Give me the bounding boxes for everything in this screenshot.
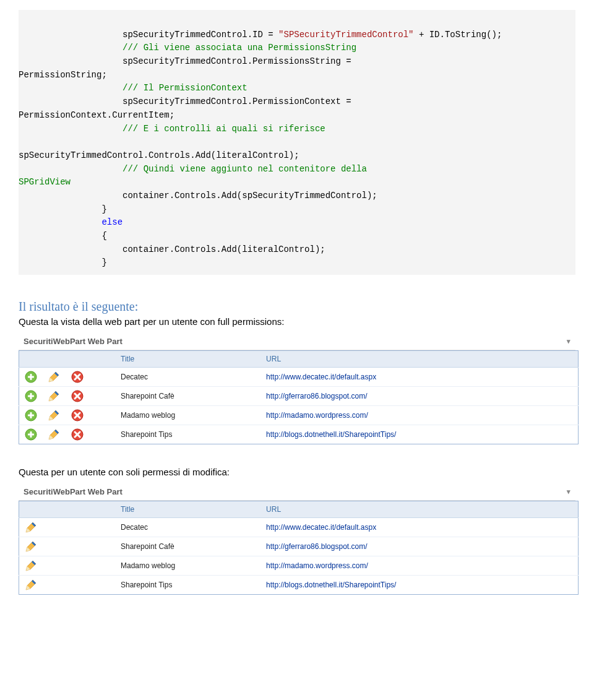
add-icon[interactable] — [24, 428, 38, 441]
webpart-full: SecuritiWebPart Web Part ▾ Title URL Dec… — [19, 333, 575, 444]
section-heading: Il risultato è il seguente: — [19, 300, 575, 314]
actions-cell — [19, 576, 116, 595]
cell-title: Sharepoint Cafè — [116, 387, 261, 406]
col-title: Title — [116, 351, 261, 368]
edit-icon[interactable] — [24, 521, 38, 534]
cell-url: http://gferraro86.blogspot.com/ — [261, 387, 578, 406]
table-row: Madamo weblog http://madamo.wordpress.co… — [19, 406, 579, 425]
webpart-title-bar: SecuritiWebPart Web Part ▾ — [19, 483, 575, 501]
delete-icon[interactable] — [71, 389, 84, 403]
delete-icon[interactable] — [71, 408, 84, 422]
actions-cell — [19, 406, 116, 425]
delete-icon[interactable] — [71, 428, 84, 441]
table-row: Sharepoint Cafè http://gferraro86.blogsp… — [19, 537, 579, 556]
col-title: Title — [116, 501, 261, 518]
edit-icon[interactable] — [24, 540, 38, 553]
cell-title: Decatec — [116, 518, 261, 537]
delete-icon[interactable] — [71, 370, 84, 384]
svg-rect-11 — [30, 393, 32, 399]
table-row: Decatec http://www.decatec.it/default.as… — [19, 518, 579, 537]
add-icon[interactable] — [24, 389, 38, 403]
cell-url: http://madamo.wordpress.com/ — [261, 406, 578, 425]
cell-url: http://gferraro86.blogspot.com/ — [261, 537, 578, 556]
table-row: Madamo weblog http://madamo.wordpress.co… — [19, 556, 579, 576]
actions-cell — [19, 387, 116, 406]
actions-cell — [19, 537, 116, 556]
table-row: Sharepoint Tips http://blogs.dotnethell.… — [19, 425, 579, 444]
cell-url: http://www.decatec.it/default.aspx — [261, 368, 578, 387]
caption-edit-only: Questa per un utente con soli permessi d… — [19, 467, 575, 477]
webpart-menu-arrow-icon[interactable]: ▾ — [567, 337, 570, 345]
cell-title: Madamo weblog — [116, 406, 261, 425]
add-icon[interactable] — [24, 408, 38, 422]
url-link[interactable]: http://blogs.dotnethell.it/SharepointTip… — [266, 581, 396, 589]
webpart-menu-arrow-icon[interactable]: ▾ — [567, 488, 570, 496]
cell-title: Sharepoint Tips — [116, 576, 261, 595]
cell-title: Madamo weblog — [116, 556, 261, 576]
cell-url: http://blogs.dotnethell.it/SharepointTip… — [261, 425, 578, 444]
code-block: spSecurityTrimmedControl.ID = "SPSecurit… — [19, 10, 575, 275]
cell-url: http://madamo.wordpress.com/ — [261, 556, 578, 576]
url-link[interactable]: http://madamo.wordpress.com/ — [266, 411, 368, 420]
url-link[interactable]: http://gferraro86.blogspot.com/ — [266, 392, 367, 400]
add-icon[interactable] — [24, 370, 38, 384]
actions-cell — [19, 425, 116, 444]
col-actions — [19, 351, 116, 368]
cell-title: Decatec — [116, 368, 261, 387]
edit-icon[interactable] — [47, 389, 61, 403]
table-header-row: Title URL — [19, 501, 579, 518]
svg-rect-2 — [30, 374, 32, 380]
url-link[interactable]: http://www.decatec.it/default.aspx — [266, 373, 376, 381]
cell-url: http://blogs.dotnethell.it/SharepointTip… — [261, 576, 578, 595]
edit-icon[interactable] — [47, 428, 61, 441]
table-row: Sharepoint Tips http://blogs.dotnethell.… — [19, 576, 579, 595]
edit-icon[interactable] — [24, 559, 38, 573]
actions-cell — [19, 368, 116, 387]
cell-title: Sharepoint Tips — [116, 425, 261, 444]
edit-icon[interactable] — [47, 370, 61, 384]
webpart-title-text: SecuritiWebPart Web Part — [24, 487, 123, 496]
svg-rect-20 — [30, 412, 32, 418]
actions-cell — [19, 518, 116, 537]
actions-cell — [19, 556, 116, 576]
table-row: Sharepoint Cafè http://gferraro86.blogsp… — [19, 387, 579, 406]
svg-rect-29 — [30, 431, 32, 438]
url-link[interactable]: http://www.decatec.it/default.aspx — [266, 523, 376, 532]
cell-title: Sharepoint Cafè — [116, 537, 261, 556]
col-url: URL — [261, 351, 578, 368]
cell-url: http://www.decatec.it/default.aspx — [261, 518, 578, 537]
webpart-edit-only: SecuritiWebPart Web Part ▾ Title URL Dec… — [19, 483, 575, 595]
table-row: Decatec http://www.decatec.it/default.as… — [19, 368, 579, 387]
col-url: URL — [261, 501, 578, 518]
webpart-table-edit: Title URL Decatec http://www.decatec.it/… — [19, 501, 579, 595]
url-link[interactable]: http://madamo.wordpress.com/ — [266, 561, 368, 570]
edit-icon[interactable] — [24, 578, 38, 592]
url-link[interactable]: http://gferraro86.blogspot.com/ — [266, 542, 367, 551]
col-actions — [19, 501, 116, 518]
caption-full-permissions: Questa la vista della web part per un ut… — [19, 316, 575, 327]
webpart-title-bar: SecuritiWebPart Web Part ▾ — [19, 333, 575, 350]
url-link[interactable]: http://blogs.dotnethell.it/SharepointTip… — [266, 430, 396, 439]
webpart-title-text: SecuritiWebPart Web Part — [24, 337, 123, 346]
edit-icon[interactable] — [47, 408, 61, 422]
table-header-row: Title URL — [19, 351, 579, 368]
webpart-table-full: Title URL Decatec http://www.decatec.it/… — [19, 350, 579, 444]
